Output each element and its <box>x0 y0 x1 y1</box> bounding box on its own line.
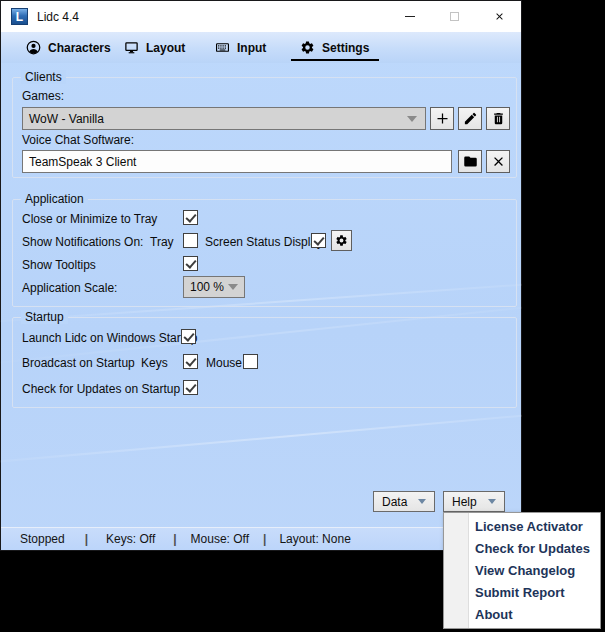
delete-game-button[interactable] <box>486 107 510 130</box>
maximize-button[interactable] <box>432 1 477 32</box>
background-swoosh <box>0 404 522 467</box>
tray-label: Tray <box>150 235 174 249</box>
launch-startup-label: Launch Lidc on Windows Startup <box>22 331 197 345</box>
clear-voice-chat-button[interactable] <box>486 150 510 173</box>
minimize-button[interactable] <box>387 1 432 32</box>
close-icon <box>494 11 505 22</box>
scale-dropdown[interactable]: 100 % <box>183 276 245 298</box>
menu-item-check-for-updates[interactable]: Check for Updates <box>444 538 600 560</box>
chevron-down-icon <box>228 284 238 290</box>
help-button-label: Help <box>452 495 477 509</box>
notifications-label: Show Notifications On: <box>22 235 143 249</box>
chevron-down-icon <box>418 499 426 504</box>
status-mouse: Mouse: Off <box>191 532 249 546</box>
tray-checkbox[interactable] <box>183 233 198 248</box>
gear-icon <box>300 40 315 55</box>
screen-status-settings-button[interactable] <box>331 230 352 251</box>
data-button-label: Data <box>382 495 407 509</box>
data-menu-button[interactable]: Data <box>373 491 435 512</box>
application-group-label: Application <box>21 192 88 206</box>
close-tray-label: Close or Minimize to Tray <box>22 212 157 226</box>
tab-label: Layout <box>146 41 185 55</box>
keys-label: Keys <box>141 356 168 370</box>
voice-chat-input[interactable]: TeamSpeak 3 Client <box>22 150 452 173</box>
updates-startup-checkbox[interactable] <box>183 380 198 395</box>
tooltips-checkbox[interactable] <box>183 256 198 271</box>
tooltips-label: Show Tooltips <box>22 258 96 272</box>
plus-icon <box>435 111 450 126</box>
app-logo-icon: L <box>11 8 28 25</box>
title-bar[interactable]: L Lidc 4.4 <box>1 1 521 32</box>
clients-group-label: Clients <box>21 70 66 84</box>
status-separator: | <box>263 532 266 546</box>
startup-group-label: Startup <box>21 310 68 324</box>
folder-icon <box>463 154 478 169</box>
tab-label: Settings <box>322 41 369 55</box>
scale-value: 100 % <box>190 280 224 294</box>
window-title: Lidc 4.4 <box>37 1 79 32</box>
close-tray-checkbox[interactable] <box>183 210 198 225</box>
browse-voice-chat-button[interactable] <box>458 150 482 173</box>
active-tab-underline <box>291 59 379 61</box>
status-keys: Keys: Off <box>106 532 155 546</box>
tab-characters[interactable]: Characters <box>26 32 111 63</box>
edit-game-button[interactable] <box>458 107 482 130</box>
add-game-button[interactable] <box>430 107 454 130</box>
menu-item-license-activator[interactable]: License Activator <box>444 516 600 538</box>
help-dropdown-menu: License Activator Check for Updates View… <box>443 512 601 629</box>
keyboard-icon <box>215 40 230 55</box>
tab-input[interactable]: Input <box>215 32 266 63</box>
voice-chat-label: Voice Chat Software: <box>22 133 134 147</box>
minimize-icon <box>405 16 415 17</box>
voice-chat-value: TeamSpeak 3 Client <box>29 155 136 169</box>
gear-icon <box>335 234 348 247</box>
menu-item-view-changelog[interactable]: View Changelog <box>444 560 600 582</box>
broadcast-label: Broadcast on Startup <box>22 356 135 370</box>
games-combobox[interactable]: WoW - Vanilla <box>22 107 426 130</box>
status-layout: Layout: None <box>279 532 350 546</box>
x-icon <box>491 154 506 169</box>
monitor-icon <box>124 40 139 55</box>
chevron-down-icon <box>407 116 417 122</box>
games-combobox-value: WoW - Vanilla <box>29 112 104 126</box>
updates-startup-label: Check for Updates on Startup <box>22 382 180 396</box>
scale-label: Application Scale: <box>22 281 117 295</box>
mouse-label: Mouse <box>206 356 242 370</box>
pencil-icon <box>463 111 478 126</box>
keys-checkbox[interactable] <box>183 354 198 369</box>
close-button[interactable] <box>477 1 522 32</box>
tab-label: Input <box>237 41 266 55</box>
chevron-down-icon <box>488 499 496 504</box>
help-menu-button[interactable]: Help <box>443 491 505 512</box>
status-run-state: Stopped <box>20 532 65 546</box>
menu-item-about[interactable]: About <box>444 604 600 626</box>
menu-item-submit-report[interactable]: Submit Report <box>444 582 600 604</box>
trash-icon <box>491 111 506 126</box>
tab-bar: Characters Layout Input <box>1 32 521 63</box>
maximize-icon <box>450 12 459 21</box>
status-separator: | <box>85 532 88 546</box>
mouse-checkbox[interactable] <box>243 354 258 369</box>
screen: L Lidc 4.4 Characters <box>0 0 605 632</box>
games-label: Games: <box>22 89 64 103</box>
tab-label: Characters <box>48 41 111 55</box>
app-window: L Lidc 4.4 Characters <box>0 0 522 551</box>
status-separator: | <box>173 532 176 546</box>
launch-startup-checkbox[interactable] <box>181 329 196 344</box>
person-icon <box>26 40 41 55</box>
screen-status-label: Screen Status Display <box>205 235 323 249</box>
screen-status-checkbox[interactable] <box>311 233 326 248</box>
tab-layout[interactable]: Layout <box>124 32 185 63</box>
